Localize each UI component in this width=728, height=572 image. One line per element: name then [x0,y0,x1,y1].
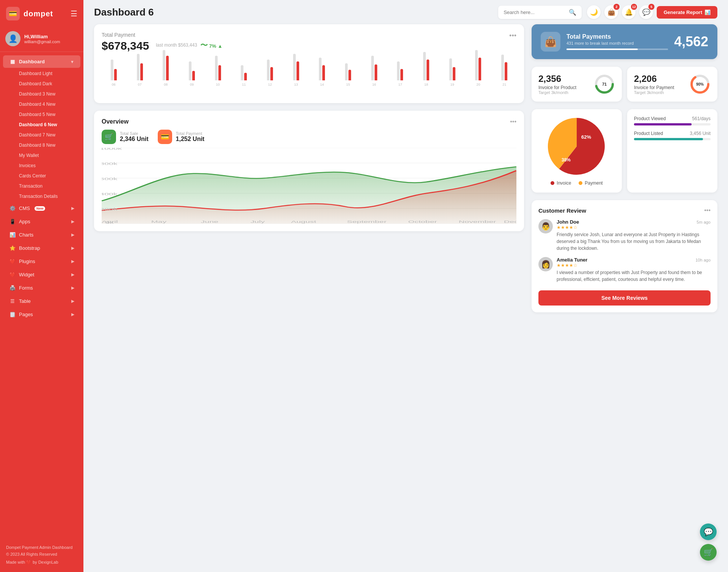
dashboard-icon: ▦ [9,59,16,64]
sidebar-item-pages[interactable]: 🗒️ Pages ▶ [3,308,80,321]
bar-red [348,70,351,80]
review-menu-dots[interactable]: ••• [704,207,711,214]
sidebar-item-bootstrap[interactable]: ⭐ Bootstrap ▶ [3,242,80,254]
invoice-product-card: 2,356 Invoice for Product Target 3k/mont… [532,67,622,102]
sidebar-item-forms[interactable]: 🖨️ Forms ▶ [3,282,80,294]
blue-card-label: Total Payments [566,33,668,40]
sidebar-item-cards-center[interactable]: Cards Center [3,171,80,181]
floating-cart-icon: 🛒 [704,548,713,557]
moon-button[interactable]: 🌙 [587,5,601,19]
bar-group: 21 [492,50,516,86]
sidebar-item-transaction[interactable]: Transaction [3,181,80,191]
invoice-product-label: Invoice for Product [538,85,588,90]
sidebar-item-my-wallet[interactable]: My Wallet [3,150,80,160]
floating-chat-icon: 💬 [704,527,713,536]
svg-text:June: June [201,220,218,224]
bar-label: 21 [502,83,506,86]
bar-red [505,62,507,80]
sidebar-item-dashboard-7[interactable]: Dashboard 7 New [3,130,80,140]
sidebar-item-dashboard[interactable]: ▦ Dashboard ▼ [3,55,80,68]
sidebar-item-dashboard-8[interactable]: Dashboard 8 New [3,140,80,150]
card-menu-dots[interactable]: ••• [509,32,516,40]
sidebar-item-dashboard-6[interactable]: Dashboard 6 New [3,120,80,130]
chevron-right-icon: ▶ [71,232,74,237]
bar-gray [397,61,400,80]
sidebar-item-plugins[interactable]: ❤️ Plugins ▶ [3,255,80,268]
sidebar-item-dashboard-light[interactable]: Dashboard Light [3,69,80,78]
review-avatar-amelia: 👩 [538,257,553,271]
total-payment-card: Total Payment $678,345 last month $563,4… [94,24,524,103]
review-item: 👨 John Doe 5m ago ★★★★☆ Friendly service… [538,219,711,252]
invoice-product-target: Target 3k/month [538,90,588,95]
chevron-right-icon: ▶ [71,219,74,224]
sidebar-item-charts[interactable]: 📊 Charts ▶ [3,229,80,241]
floating-cart-button[interactable]: 🛒 [700,544,717,561]
forms-icon: 🖨️ [9,285,16,291]
total-payment-header: Total Payment $678,345 last month $563,4… [102,32,516,52]
sidebar-item-invoices[interactable]: Invoices [3,161,80,171]
review-name-john: John Doe [557,219,579,225]
chevron-right-icon: ▶ [71,259,74,264]
chevron-right-icon: ▶ [71,285,74,290]
bar-group: 19 [440,50,464,86]
bar-group: 11 [232,50,256,86]
total-sale-icon: 🛒 [102,130,116,144]
bar-group: 15 [336,50,360,86]
hamburger-button[interactable]: ☰ [71,9,77,18]
bar-red [427,60,429,80]
wallet-icon: 👜 [607,8,615,16]
svg-text:September: September [347,220,387,224]
product-listed-bar-wrap [634,138,711,140]
bar-red [479,58,481,80]
bar-label: 18 [424,83,428,86]
widget-icon: ❤️ [9,272,16,277]
floating-chat-button[interactable]: 💬 [700,523,717,540]
chevron-right-icon: ▶ [71,206,74,211]
sidebar-item-dashboard-3[interactable]: Dashboard 3 New [3,89,80,99]
search-input[interactable] [504,9,566,15]
sidebar-item-apps[interactable]: 📱 Apps ▶ [3,215,80,228]
sidebar-item-dashboard-5[interactable]: Dashboard 5 New [3,110,80,119]
sidebar-item-cms[interactable]: ⚙️ CMS New ▶ [3,202,80,215]
chat-button[interactable]: 💬 5 [639,5,653,19]
sidebar-item-dashboard-4[interactable]: Dashboard 4 New [3,99,80,109]
bar-chart-icon: 📊 [704,9,711,15]
see-more-reviews-button[interactable]: See More Reviews [538,290,711,306]
invoice-payment-donut-pct: 90% [696,82,704,86]
bar-gray [501,55,504,80]
review-text-amelia: I viewed a number of properties with Jus… [557,269,711,283]
sidebar-logo-icon: 💳 [6,7,20,20]
overview-menu-dots[interactable]: ••• [510,118,516,125]
bar-red [218,65,221,80]
sidebar-item-widget[interactable]: ❤️ Widget ▶ [3,268,80,281]
generate-report-button[interactable]: Generate Report 📊 [657,6,717,19]
avatar: 👤 [5,31,20,46]
total-payments-blue-card: 👜 Total Payments 431 more to break last … [532,24,717,59]
bar-red [166,56,169,80]
search-box[interactable]: 🔍 [498,6,582,19]
chevron-down-icon: ▼ [70,60,74,64]
table-icon: ☰ [9,298,16,304]
sidebar-item-table[interactable]: ☰ Table ▶ [3,295,80,307]
sidebar-item-dashboard-dark[interactable]: Dashboard Dark [3,79,80,89]
product-listed-stat: Product Listed 3,456 Unit [634,131,711,140]
sidebar-item-transaction-details[interactable]: Transaction Details [3,191,80,201]
svg-text:November: November [459,220,496,224]
overview-total-sale: 🛒 Total Sale 2,346 Unit [102,130,149,144]
payment-legend-dot [579,181,582,185]
invoice-payment-label: Invoice for Payment [634,85,684,90]
svg-text:800k: 800k [102,162,118,166]
wallet-button[interactable]: 👜 2 [604,5,618,19]
bell-icon: 🔔 [625,8,633,16]
invoice-product-donut-pct: 71 [602,82,607,86]
bar-label: 10 [216,83,220,86]
topbar: Dashboard 6 🔍 🌙 👜 2 🔔 12 💬 5 Generate Re [83,0,728,24]
product-listed-bar [634,138,703,140]
bar-gray [267,60,270,80]
bar-group: 09 [180,50,204,86]
svg-text:38%: 38% [562,157,571,163]
bell-button[interactable]: 🔔 12 [622,5,635,19]
bar-gray [137,54,140,80]
review-time-amelia: 10h ago [695,258,711,262]
bar-label: 20 [476,83,480,86]
